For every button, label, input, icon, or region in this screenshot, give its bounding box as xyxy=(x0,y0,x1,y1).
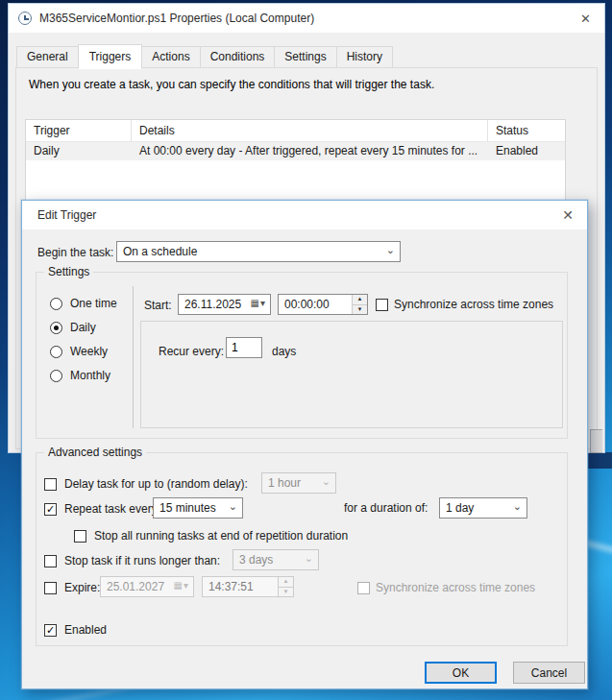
start-date-picker[interactable]: 26.11.2025 ▦▾ xyxy=(178,294,271,315)
status-cell: Enabled xyxy=(488,142,565,160)
expire-sync-timezones-label: Synchronize across time zones xyxy=(376,581,535,594)
recur-every-label: Recur every: xyxy=(159,345,224,358)
checkbox-checked-icon: ✓ xyxy=(44,624,57,637)
spinner-buttons: ▲▼ xyxy=(278,577,293,596)
begin-task-label: Begin the task: xyxy=(37,246,113,259)
stop-all-tasks-checkbox[interactable]: Stop all running tasks at end of repetit… xyxy=(74,528,348,543)
triggers-table-header: Trigger Details Status xyxy=(26,120,565,142)
radio-daily[interactable]: Daily xyxy=(50,320,96,335)
spinner-buttons[interactable]: ▲▼ xyxy=(352,295,367,314)
tab-conditions[interactable]: Conditions xyxy=(200,46,276,68)
radio-icon xyxy=(50,298,62,310)
sync-timezones-label: Synchronize across time zones xyxy=(394,298,553,311)
repeat-task-checkbox[interactable]: ✓ Repeat task every: xyxy=(44,501,160,517)
enabled-label: Enabled xyxy=(64,623,107,637)
edit-trigger-title: Edit Trigger xyxy=(37,208,558,222)
calendar-icon: ▦▾ xyxy=(251,298,266,308)
start-time-spinner[interactable]: 00:00:00 ▲▼ xyxy=(278,294,368,315)
edit-trigger-dialog: Edit Trigger ✕ Begin the task: On a sche… xyxy=(21,200,588,689)
expire-time-value: 14:37:51 xyxy=(208,580,254,593)
tab-triggers[interactable]: Triggers xyxy=(78,44,143,69)
spin-down-icon[interactable]: ▼ xyxy=(353,305,367,315)
tab-general[interactable]: General xyxy=(16,46,79,68)
delay-duration-dropdown: 1 hour ⌄ xyxy=(261,472,336,494)
tab-settings[interactable]: Settings xyxy=(274,46,336,68)
expire-date-value: 25.01.2027 xyxy=(107,580,164,593)
spin-up-icon[interactable]: ▲ xyxy=(353,295,367,305)
checkbox-icon xyxy=(74,530,86,543)
checkbox-icon xyxy=(44,582,57,594)
duration-dropdown[interactable]: 1 day ⌄ xyxy=(439,497,527,519)
checkbox-disabled-icon xyxy=(357,582,370,594)
stop-task-label: Stop task if it runs longer than: xyxy=(64,554,220,567)
sync-timezones-checkbox[interactable]: Synchronize across time zones xyxy=(376,297,553,312)
table-row[interactable]: Daily At 00:00 every day - After trigger… xyxy=(26,142,565,160)
start-time-value: 00:00:00 xyxy=(284,298,330,311)
spin-down-icon: ▼ xyxy=(279,588,293,597)
checkbox-checked-icon: ✓ xyxy=(44,503,57,516)
stop-all-tasks-label: Stop all running tasks at end of repetit… xyxy=(94,529,348,543)
settings-divider xyxy=(133,286,134,428)
begin-task-dropdown[interactable]: On a schedule ⌄ xyxy=(116,241,401,262)
advanced-settings-group: Advanced settings Delay task for up to (… xyxy=(36,452,568,646)
close-icon[interactable]: ✕ xyxy=(558,207,577,223)
ok-button[interactable]: OK xyxy=(425,662,497,684)
start-label: Start: xyxy=(144,299,172,312)
repeat-interval-value: 15 minutes xyxy=(159,501,216,515)
delay-task-label: Delay task for up to (random delay): xyxy=(64,477,248,491)
recur-unit-label: days xyxy=(272,345,296,358)
task-scheduler-clock-icon xyxy=(18,12,32,25)
column-header-trigger[interactable]: Trigger xyxy=(26,120,132,142)
stop-task-checkbox[interactable]: Stop task if it runs longer than: xyxy=(44,553,220,568)
column-header-details[interactable]: Details xyxy=(132,120,488,142)
chevron-down-icon: ⌄ xyxy=(229,500,237,513)
start-date-value: 26.11.2025 xyxy=(184,298,241,311)
stop-task-duration-value: 3 days xyxy=(239,553,273,567)
properties-window-title: M365ServiceMontior.ps1 Properties (Local… xyxy=(39,12,576,25)
chevron-down-icon: ⌄ xyxy=(513,500,522,513)
triggers-description: When you create a task, you can specify … xyxy=(29,78,434,91)
chevron-down-icon: ⌄ xyxy=(386,244,395,256)
cancel-button[interactable]: Cancel xyxy=(513,662,585,684)
close-icon[interactable]: ✕ xyxy=(576,12,595,26)
radio-icon xyxy=(50,370,62,382)
radio-label: Weekly xyxy=(70,345,108,358)
settings-group-label: Settings xyxy=(44,265,93,278)
checkbox-icon xyxy=(44,555,57,567)
stop-task-duration-dropdown: 3 days ⌄ xyxy=(233,549,319,570)
chevron-down-icon: ⌄ xyxy=(322,475,330,488)
repeat-task-label: Repeat task every: xyxy=(64,502,160,516)
enabled-checkbox[interactable]: ✓ Enabled xyxy=(44,622,107,638)
duration-label: for a duration of: xyxy=(344,501,428,515)
checkbox-icon xyxy=(376,299,388,311)
radio-one-time[interactable]: One time xyxy=(50,296,117,311)
properties-titlebar: M365ServiceMontior.ps1 Properties (Local… xyxy=(9,4,604,33)
wallpaper-dark-band xyxy=(586,452,612,469)
radio-monthly[interactable]: Monthly xyxy=(50,368,110,383)
tab-actions[interactable]: Actions xyxy=(141,46,200,68)
radio-label: Daily xyxy=(70,321,96,334)
spin-up-icon: ▲ xyxy=(279,577,293,588)
recur-days-input[interactable] xyxy=(226,337,262,358)
delay-task-checkbox[interactable]: Delay task for up to (random delay): xyxy=(44,476,248,492)
trigger-cell: Daily xyxy=(26,142,132,160)
column-header-status[interactable]: Status xyxy=(488,120,565,142)
tab-history[interactable]: History xyxy=(336,46,393,68)
chevron-down-icon: ⌄ xyxy=(305,552,313,565)
radio-weekly[interactable]: Weekly xyxy=(50,344,108,359)
expire-checkbox[interactable]: Expire: xyxy=(44,580,100,595)
occluded-button-fragment xyxy=(590,429,602,453)
daily-recur-panel: Recur every: days xyxy=(140,321,563,428)
expire-time-spinner: 14:37:51 ▲▼ xyxy=(202,576,294,597)
repeat-interval-dropdown[interactable]: 15 minutes ⌄ xyxy=(153,497,243,519)
radio-icon xyxy=(50,346,62,358)
edit-trigger-titlebar: Edit Trigger ✕ xyxy=(22,201,587,229)
calendar-icon: ▦▾ xyxy=(174,580,189,591)
expire-label: Expire: xyxy=(64,581,100,594)
delay-duration-value: 1 hour xyxy=(268,476,301,490)
settings-group: Settings One time Daily Weekly Monthly S… xyxy=(36,272,568,439)
radio-label: Monthly xyxy=(70,369,110,382)
expire-date-picker: 25.01.2027 ▦▾ xyxy=(100,576,194,597)
radio-selected-icon xyxy=(50,322,62,334)
properties-tab-bar: General Triggers Actions Conditions Sett… xyxy=(16,44,392,68)
